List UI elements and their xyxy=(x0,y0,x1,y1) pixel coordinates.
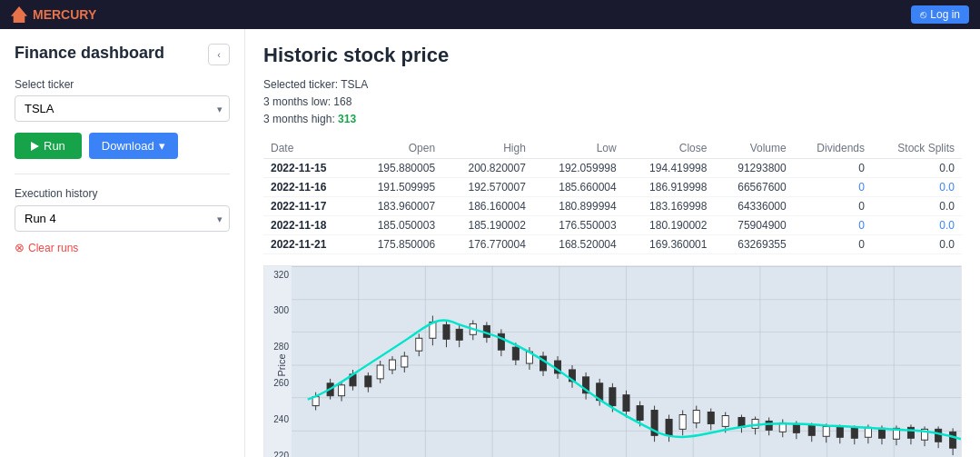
table-row: 2022-11-17183.960007186.160004180.899994… xyxy=(263,196,962,215)
chart-container: 320 300 280 260 240 220 xyxy=(263,265,962,457)
table-cell: 200.820007 xyxy=(442,158,533,177)
clear-runs-label: Clear runs xyxy=(28,242,78,254)
table-cell: 2022-11-18 xyxy=(263,215,351,234)
clear-runs-button[interactable]: ⊗ Clear runs xyxy=(15,241,230,254)
table-cell: 176.770004 xyxy=(442,234,533,253)
ticker-label: Select ticker xyxy=(15,78,230,91)
price-240: 240 xyxy=(264,414,292,424)
table-cell: 185.660004 xyxy=(533,177,624,196)
svg-rect-23 xyxy=(339,384,345,395)
table-body: 2022-11-15195.880005200.820007192.059998… xyxy=(263,158,962,253)
table-cell: 185.050003 xyxy=(351,215,442,234)
table-cell: 192.570007 xyxy=(442,177,533,196)
download-caret: ▾ xyxy=(159,139,165,153)
svg-rect-27 xyxy=(365,375,371,386)
svg-rect-65 xyxy=(623,394,629,411)
table-cell: 185.190002 xyxy=(442,215,533,234)
collapse-icon: ‹ xyxy=(217,49,221,60)
table-row: 2022-11-15195.880005200.820007192.059998… xyxy=(263,158,962,177)
table-header: Date Open High Low Close Volume Dividend… xyxy=(263,138,962,159)
execution-history-label: Execution history xyxy=(15,187,230,200)
play-icon xyxy=(31,142,39,151)
svg-rect-105 xyxy=(907,427,914,438)
price-300: 300 xyxy=(264,305,292,315)
content-area: Historic stock price Selected ticker: TS… xyxy=(245,29,980,457)
sidebar: Finance dashboard ‹ Select ticker TSLA A… xyxy=(0,29,245,457)
logo-text: MERCURY xyxy=(33,7,96,22)
table-cell: 183.169998 xyxy=(624,196,715,215)
table-cell: 180.190002 xyxy=(624,215,715,234)
svg-rect-79 xyxy=(722,415,728,426)
table-cell: 183.960007 xyxy=(351,196,442,215)
header-row: Date Open High Low Close Volume Dividend… xyxy=(263,138,962,159)
logo: MERCURY xyxy=(11,6,96,23)
divider xyxy=(15,174,230,174)
ticker-select-wrapper: TSLA AAPL GOOG MSFT AMZN ▾ xyxy=(15,95,230,122)
login-icon: ⎋ xyxy=(920,8,926,21)
table-cell: 0.0 xyxy=(872,234,962,253)
col-low: Low xyxy=(533,138,624,159)
collapse-button[interactable]: ‹ xyxy=(208,44,230,65)
svg-rect-33 xyxy=(401,356,408,367)
table-cell: 186.160004 xyxy=(442,196,533,215)
table-cell: 191.509995 xyxy=(351,177,442,196)
svg-rect-111 xyxy=(950,432,956,448)
svg-rect-71 xyxy=(666,419,672,435)
run-button[interactable]: Run xyxy=(15,133,82,159)
svg-rect-89 xyxy=(793,423,799,432)
svg-rect-75 xyxy=(693,410,699,422)
selected-ticker: Selected ticker: TSLA xyxy=(263,76,962,94)
table-cell: 168.520004 xyxy=(533,234,624,253)
svg-rect-41 xyxy=(456,329,462,340)
svg-rect-63 xyxy=(609,387,616,405)
logo-icon xyxy=(11,6,27,23)
col-volume: Volume xyxy=(714,138,793,159)
topnav: MERCURY ⎋ Log in xyxy=(0,0,980,29)
table-cell: 63269355 xyxy=(714,234,793,253)
svg-rect-73 xyxy=(679,414,686,429)
action-buttons: Run Download ▾ xyxy=(15,133,230,159)
sidebar-header: Finance dashboard ‹ xyxy=(15,44,230,65)
ticker-info: Selected ticker: TSLA 3 months low: 168 … xyxy=(263,76,962,129)
table-row: 2022-11-18185.050003185.190002176.550003… xyxy=(263,215,962,234)
table-cell: 175.850006 xyxy=(351,234,442,253)
chart-inner xyxy=(292,266,961,457)
table-cell: 0 xyxy=(794,158,872,177)
table-cell: 169.360001 xyxy=(624,234,715,253)
table-cell: 0 xyxy=(794,215,872,234)
table-cell: 0.0 xyxy=(872,158,962,177)
svg-rect-97 xyxy=(851,428,857,438)
table-cell: 64336000 xyxy=(714,196,793,215)
price-320: 320 xyxy=(264,270,292,280)
table-cell: 186.919998 xyxy=(624,177,715,196)
col-date: Date xyxy=(263,138,351,159)
table-cell: 194.419998 xyxy=(624,158,715,177)
exec-select-wrapper: Run 1 Run 2 Run 3 Run 4 ▾ xyxy=(15,205,230,232)
high-info: 3 months high: 313 xyxy=(263,111,962,128)
col-high: High xyxy=(442,138,533,159)
svg-rect-31 xyxy=(389,360,395,370)
svg-rect-39 xyxy=(443,324,450,339)
table-cell: 0 xyxy=(794,234,872,253)
exec-select[interactable]: Run 1 Run 2 Run 3 Run 4 xyxy=(15,205,230,232)
svg-rect-85 xyxy=(766,421,772,430)
high-label: 3 months high: xyxy=(263,113,335,125)
download-button[interactable]: Download ▾ xyxy=(89,133,178,159)
login-button[interactable]: ⎋ Log in xyxy=(911,5,969,24)
error-icon: ⊗ xyxy=(15,241,25,254)
low-info: 3 months low: 168 xyxy=(263,94,962,111)
col-close: Close xyxy=(624,138,715,159)
table-cell: 0 xyxy=(794,196,872,215)
svg-rect-67 xyxy=(637,405,643,420)
ticker-select[interactable]: TSLA AAPL GOOG MSFT AMZN xyxy=(15,95,230,122)
download-label: Download xyxy=(102,139,154,153)
price-260: 260 xyxy=(264,378,292,388)
svg-rect-29 xyxy=(377,365,383,379)
table-cell: 0.0 xyxy=(872,196,962,215)
main-layout: Finance dashboard ‹ Select ticker TSLA A… xyxy=(0,29,980,457)
run-label: Run xyxy=(44,139,65,153)
table-cell: 75904900 xyxy=(714,215,793,234)
svg-rect-49 xyxy=(512,347,519,360)
page-title: Finance dashboard xyxy=(15,44,164,63)
table-cell: 192.059998 xyxy=(533,158,624,177)
